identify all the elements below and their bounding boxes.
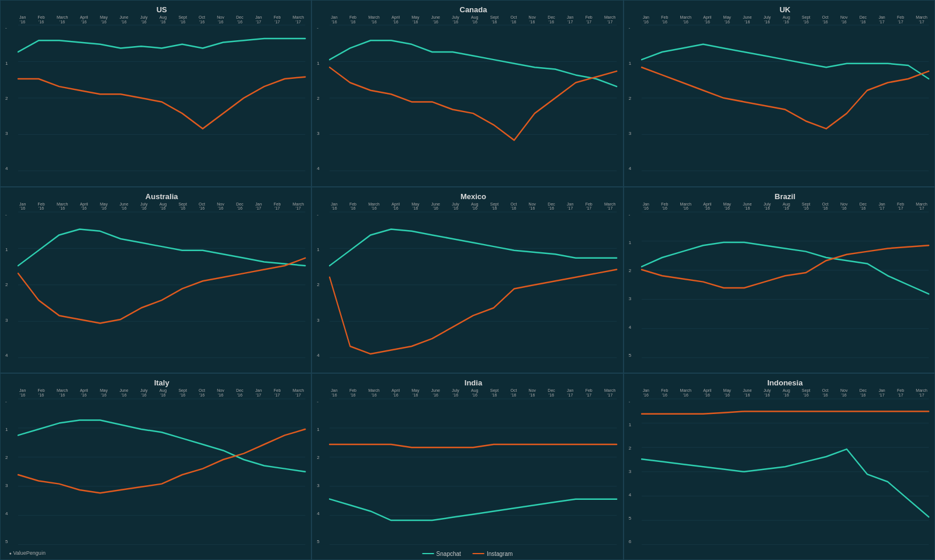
x-axis-us: Jan '16Feb '16March '16April '16May '16J… <box>18 15 305 24</box>
x-axis-indonesia: Jan '16Feb '16March '16April '16May '16J… <box>642 388 929 397</box>
x-axis-australia: Jan '16Feb '16March '16April '16May '16J… <box>18 202 305 211</box>
charts-grid: USJan '16Feb '16March '16April '16May '1… <box>0 0 935 560</box>
x-axis-canada: Jan '16Feb '16March '16April '16May '16J… <box>330 15 617 24</box>
chart-area-italy: -12345 <box>18 399 305 545</box>
svg-canada <box>330 25 617 171</box>
y-axis-italy: -12345 <box>5 399 8 545</box>
svg-australia <box>18 212 305 358</box>
chart-area-uk: -1234 <box>642 25 929 171</box>
chart-australia: AustraliaJan '16Feb '16March '16April '1… <box>0 187 311 374</box>
chart-title-canada: Canada <box>330 5 617 14</box>
svg-mexico <box>330 212 617 358</box>
y-axis-indonesia: -123456 <box>629 399 631 545</box>
chart-title-italy: Italy <box>18 378 305 387</box>
chart-brazil: BrazilJan '16Feb '16March '16April '16Ma… <box>624 187 935 374</box>
chart-area-mexico: -1234 <box>330 212 617 358</box>
chart-mexico: MexicoJan '16Feb '16March '16April '16Ma… <box>311 187 623 374</box>
svg-india <box>330 399 617 545</box>
y-axis-australia: -1234 <box>5 212 8 358</box>
watermark: ⬥ ValuePenguin <box>9 550 46 556</box>
chart-area-australia: -1234 <box>18 212 305 358</box>
chart-indonesia: IndonesiaJan '16Feb '16March '16April '1… <box>624 373 935 560</box>
chart-india: IndiaJan '16Feb '16March '16April '16May… <box>311 373 623 560</box>
x-axis-india: Jan '16Feb '16March '16April '16May '16J… <box>330 388 617 397</box>
chart-area-brazil: -12345 <box>642 212 929 358</box>
legend-instagram: Instagram <box>473 551 512 557</box>
y-axis-india: -12345 <box>317 399 319 545</box>
chart-area-us: -1234 <box>18 25 305 171</box>
svg-us <box>18 25 305 171</box>
chart-title-us: US <box>18 5 305 14</box>
y-axis-us: -1234 <box>5 25 8 171</box>
chart-title-mexico: Mexico <box>330 192 617 201</box>
y-axis-canada: -1234 <box>317 25 319 171</box>
x-axis-uk: Jan '16Feb '16March '16April '16May '16J… <box>642 15 929 24</box>
chart-legend: SnapchatInstagram <box>423 551 513 557</box>
chart-canada: CanadaJan '16Feb '16March '16April '16Ma… <box>311 0 623 187</box>
x-axis-italy: Jan '16Feb '16March '16April '16May '16J… <box>18 388 305 397</box>
chart-title-brazil: Brazil <box>642 192 929 201</box>
chart-title-australia: Australia <box>18 192 305 201</box>
y-axis-mexico: -1234 <box>317 212 319 358</box>
chart-area-indonesia: -123456 <box>642 399 929 545</box>
chart-title-indonesia: Indonesia <box>642 378 929 387</box>
legend-snapchat: Snapchat <box>423 551 461 557</box>
x-axis-mexico: Jan '16Feb '16March '16April '16May '16J… <box>330 202 617 211</box>
svg-italy <box>18 399 305 545</box>
chart-us: USJan '16Feb '16March '16April '16May '1… <box>0 0 311 187</box>
chart-title-uk: UK <box>642 5 929 14</box>
legend-instagram-label: Instagram <box>487 551 512 557</box>
x-axis-brazil: Jan '16Feb '16March '16April '16May '16J… <box>642 202 929 211</box>
svg-brazil <box>642 212 929 358</box>
y-axis-brazil: -12345 <box>629 212 631 358</box>
chart-area-india: -12345 <box>330 399 617 545</box>
svg-uk <box>642 25 929 171</box>
chart-title-india: India <box>330 378 617 387</box>
chart-italy: ItalyJan '16Feb '16March '16April '16May… <box>0 373 311 560</box>
chart-area-canada: -1234 <box>330 25 617 171</box>
y-axis-uk: -1234 <box>629 25 631 171</box>
legend-snapchat-label: Snapchat <box>437 551 461 557</box>
chart-uk: UKJan '16Feb '16March '16April '16May '1… <box>624 0 935 187</box>
svg-indonesia <box>642 399 929 545</box>
